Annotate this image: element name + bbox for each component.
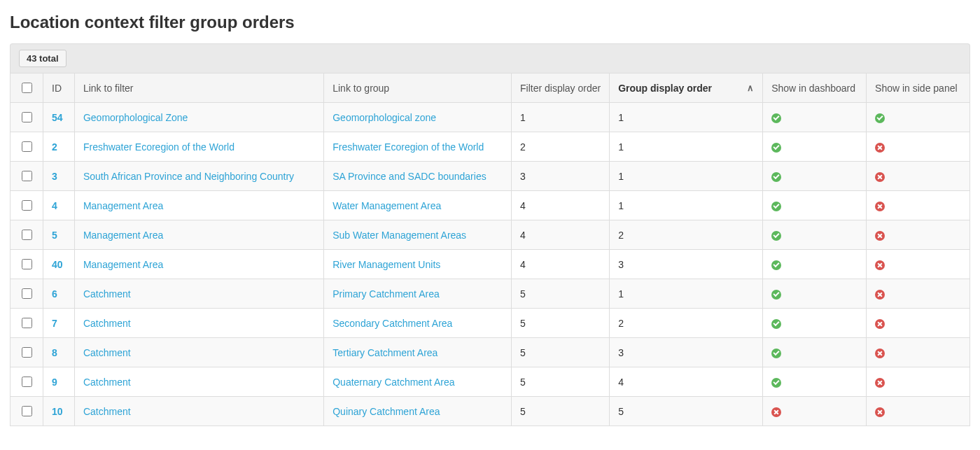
row-group-link[interactable]: Quinary Catchment Area <box>332 406 440 417</box>
row-filter-link[interactable]: Catchment <box>83 377 131 388</box>
row-filter-link[interactable]: Management Area <box>83 259 163 270</box>
row-id-link[interactable]: 5 <box>52 230 57 241</box>
row-select-checkbox[interactable] <box>22 171 32 181</box>
row-id-link[interactable]: 54 <box>52 112 63 123</box>
row-show-in-dashboard <box>763 309 867 338</box>
row-show-in-side-panel <box>867 103 970 132</box>
no-icon <box>875 378 885 388</box>
row-filter-link[interactable]: South African Province and Neighboring C… <box>83 171 294 182</box>
row-group-link[interactable]: Tertiary Catchment Area <box>332 347 438 358</box>
row-group-link[interactable]: Secondary Catchment Area <box>332 318 452 329</box>
header-group-display-order[interactable]: Group display order ∧ <box>610 73 763 103</box>
row-group-display-order: 1 <box>610 279 763 309</box>
row-show-in-side-panel <box>867 338 970 367</box>
row-select-cell <box>10 132 43 162</box>
yes-icon <box>771 172 781 182</box>
header-link-to-group[interactable]: Link to group <box>324 73 512 103</box>
row-group-cell: SA Province and SADC boundaries <box>324 162 512 191</box>
row-filter-link[interactable]: Catchment <box>83 347 131 358</box>
row-select-cell <box>10 367 43 397</box>
total-count-button[interactable]: 43 total <box>19 50 66 67</box>
row-group-link[interactable]: Freshwater Ecoregion of the World <box>332 141 484 153</box>
row-filter-link[interactable]: Freshwater Ecoregion of the World <box>83 141 234 153</box>
row-group-link[interactable]: Water Management Area <box>332 200 441 211</box>
row-select-checkbox[interactable] <box>22 288 32 299</box>
header-show-in-dashboard[interactable]: Show in dashboard <box>763 73 867 103</box>
no-icon <box>875 349 885 358</box>
header-show-in-side-panel[interactable]: Show in side panel <box>867 73 970 103</box>
row-filter-display-order: 5 <box>512 309 610 338</box>
row-id-cell: 10 <box>43 397 75 426</box>
yes-icon <box>771 260 781 270</box>
row-group-link[interactable]: River Management Units <box>332 259 440 270</box>
row-filter-display-order: 4 <box>512 220 610 250</box>
row-filter-link[interactable]: Management Area <box>83 230 163 241</box>
row-filter-display-order: 4 <box>512 250 610 279</box>
row-filter-link[interactable]: Catchment <box>83 318 131 329</box>
row-id-link[interactable]: 2 <box>52 141 57 153</box>
row-group-link[interactable]: Primary Catchment Area <box>332 288 440 300</box>
row-group-display-order: 1 <box>610 103 763 132</box>
row-show-in-dashboard <box>763 220 867 250</box>
row-select-checkbox[interactable] <box>22 141 32 152</box>
row-group-display-order: 1 <box>610 191 763 220</box>
row-id-cell: 54 <box>43 103 75 132</box>
row-id-cell: 7 <box>43 309 75 338</box>
row-id-link[interactable]: 9 <box>52 377 57 388</box>
row-filter-cell: Catchment <box>74 367 323 397</box>
row-group-cell: Secondary Catchment Area <box>324 309 512 338</box>
row-show-in-side-panel <box>867 220 970 250</box>
row-select-checkbox[interactable] <box>22 347 32 358</box>
yes-icon <box>875 113 885 123</box>
header-select-all[interactable] <box>10 73 43 103</box>
row-select-checkbox[interactable] <box>22 259 32 269</box>
table-row: 7CatchmentSecondary Catchment Area52 <box>10 309 970 338</box>
row-id-link[interactable]: 7 <box>52 318 57 329</box>
row-select-cell <box>10 338 43 367</box>
header-filter-display-order[interactable]: Filter display order <box>512 73 610 103</box>
header-id[interactable]: ID <box>43 73 75 103</box>
row-group-display-order: 2 <box>610 309 763 338</box>
row-filter-link[interactable]: Geomorphological Zone <box>83 112 188 123</box>
header-link-to-filter[interactable]: Link to filter <box>74 73 323 103</box>
row-id-link[interactable]: 3 <box>52 171 57 182</box>
row-select-checkbox[interactable] <box>22 406 32 416</box>
row-show-in-side-panel <box>867 191 970 220</box>
table-row: 9CatchmentQuaternary Catchment Area54 <box>10 367 970 397</box>
row-group-link[interactable]: SA Province and SADC boundaries <box>332 171 486 182</box>
row-select-checkbox[interactable] <box>22 112 32 122</box>
row-group-link[interactable]: Sub Water Management Areas <box>332 230 466 241</box>
row-group-cell: Sub Water Management Areas <box>324 220 512 250</box>
row-id-link[interactable]: 4 <box>52 200 57 211</box>
row-filter-display-order: 5 <box>512 338 610 367</box>
row-show-in-dashboard <box>763 162 867 191</box>
row-id-cell: 9 <box>43 367 75 397</box>
row-select-cell <box>10 162 43 191</box>
row-filter-link[interactable]: Management Area <box>83 200 163 211</box>
row-select-checkbox[interactable] <box>22 318 32 328</box>
row-filter-cell: Management Area <box>74 250 323 279</box>
row-select-checkbox[interactable] <box>22 200 32 211</box>
row-show-in-side-panel <box>867 309 970 338</box>
row-group-link[interactable]: Quaternary Catchment Area <box>332 377 454 388</box>
row-group-cell: Quaternary Catchment Area <box>324 367 512 397</box>
row-filter-display-order: 3 <box>512 162 610 191</box>
row-show-in-side-panel <box>867 250 970 279</box>
row-filter-link[interactable]: Catchment <box>83 288 131 300</box>
row-show-in-side-panel <box>867 367 970 397</box>
row-show-in-dashboard <box>763 250 867 279</box>
row-id-link[interactable]: 8 <box>52 347 57 358</box>
select-all-checkbox[interactable] <box>22 83 32 93</box>
table-row: 4Management AreaWater Management Area41 <box>10 191 970 220</box>
row-id-link[interactable]: 6 <box>52 288 57 300</box>
row-id-link[interactable]: 10 <box>52 406 63 417</box>
row-select-checkbox[interactable] <box>22 377 32 387</box>
row-group-display-order: 1 <box>610 162 763 191</box>
no-icon <box>875 260 885 270</box>
row-id-link[interactable]: 40 <box>52 259 63 270</box>
row-show-in-dashboard <box>763 397 867 426</box>
no-icon <box>875 290 885 300</box>
row-group-link[interactable]: Geomorphological zone <box>332 112 436 123</box>
row-filter-link[interactable]: Catchment <box>83 406 131 417</box>
row-select-checkbox[interactable] <box>22 230 32 240</box>
